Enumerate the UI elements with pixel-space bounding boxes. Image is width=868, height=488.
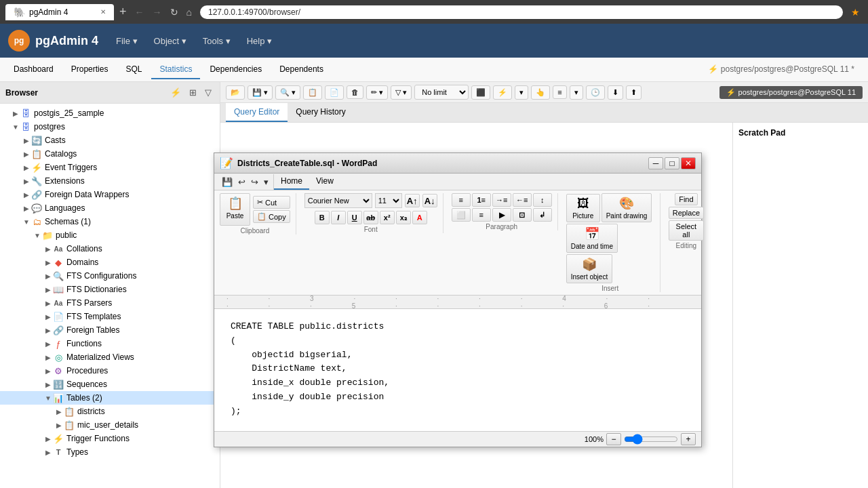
expand-collations[interactable]: ▶ <box>43 245 53 253</box>
wordpad-content[interactable]: CREATE TABLE public.districts ( objectid… <box>214 309 701 431</box>
tree-item-casts[interactable]: ▶ 🔄 Casts <box>0 134 220 147</box>
insert-picture-btn[interactable]: 🖼 Picture <box>566 194 600 222</box>
tree-item-fts-config[interactable]: ▶ 🔍 FTS Configurations <box>0 269 220 283</box>
expand-foreign-tables[interactable]: ▶ <box>43 327 53 334</box>
expand-postgres[interactable]: ▼ <box>11 123 20 131</box>
tree-item-collations[interactable]: ▶ Aa Collations <box>0 242 220 256</box>
tree-item-fdw[interactable]: ▶ 🔗 Foreign Data Wrappers <box>0 188 220 201</box>
font-name-select[interactable]: Courier New <box>304 193 372 208</box>
tree-item-sequences[interactable]: ▶ 🔢 Sequences <box>0 378 220 391</box>
font-shrink-btn[interactable]: A↓ <box>422 194 437 207</box>
nav-object[interactable]: Object ▾ <box>147 33 193 49</box>
quick-redo-btn[interactable]: ↪ <box>249 176 260 188</box>
tree-item-schemas[interactable]: ▼ 🗂 Schemas (1) <box>0 215 220 228</box>
nav-help[interactable]: Help ▾ <box>240 33 279 49</box>
download-btn[interactable]: ⬇ <box>608 85 623 100</box>
highlight-btn[interactable]: A <box>412 211 427 224</box>
underline-btn[interactable]: U <box>347 211 362 224</box>
tree-item-domains[interactable]: ▶ ◆ Domains <box>0 256 220 269</box>
tree-item-districts[interactable]: ▶ 📋 districts <box>0 405 220 418</box>
delete-btn[interactable]: 🗑 <box>347 85 363 99</box>
rows-btn2[interactable]: ▾ <box>570 85 583 100</box>
align-right-btn[interactable]: ▶ <box>492 208 511 222</box>
open-file-btn[interactable]: 📂 <box>226 85 245 100</box>
tab-dependents[interactable]: Dependents <box>271 60 332 79</box>
tree-item-fts-templates[interactable]: ▶ 📄 FTS Templates <box>0 310 220 323</box>
expand-public[interactable]: ▼ <box>33 232 42 239</box>
history-btn[interactable]: 🕒 <box>586 85 605 100</box>
paint-drawing-btn[interactable]: 🎨 Paint drawing <box>601 193 652 222</box>
forward-btn[interactable]: → <box>150 5 165 19</box>
select-all-btn[interactable]: Select all <box>669 220 704 241</box>
back-btn[interactable]: ← <box>132 5 147 19</box>
zoom-slider[interactable] <box>624 434 678 444</box>
tree-item-postgis[interactable]: ▶ 🗄 postgis_25_sample <box>0 106 220 120</box>
rows-btn[interactable]: ≡ <box>553 85 566 99</box>
tree-item-foreign-tables[interactable]: ▶ 🔗 Foreign Tables <box>0 323 220 337</box>
tab-close-btn[interactable]: ✕ <box>100 8 106 16</box>
expand-mic-user[interactable]: ▶ <box>54 422 64 429</box>
wordpad-maximize-btn[interactable]: □ <box>665 157 679 169</box>
tree-item-trigger-funcs[interactable]: ▶ ⚡ Trigger Functions <box>0 432 220 445</box>
find-btn[interactable]: Find <box>675 193 697 205</box>
expand-tables[interactable]: ▼ <box>43 394 53 402</box>
upload-btn[interactable]: ⬆ <box>626 85 642 100</box>
ribbon-tab-view[interactable]: View <box>309 174 340 190</box>
tree-item-event-triggers[interactable]: ▶ ⚡ Event Triggers <box>0 161 220 174</box>
copy-btn-ribbon[interactable]: 📋 Copy <box>253 210 290 223</box>
expand-extensions[interactable]: ▶ <box>22 178 31 185</box>
stop-btn[interactable]: ⬛ <box>471 85 490 100</box>
save-btn[interactable]: 💾 ▾ <box>248 85 273 100</box>
align-center-btn[interactable]: ≡ <box>472 208 491 222</box>
tab-statistics[interactable]: Statistics <box>151 60 200 79</box>
tree-item-tables[interactable]: ▼ 📊 Tables (2) <box>0 391 220 405</box>
tree-item-languages[interactable]: ▶ 💬 Languages <box>0 201 220 215</box>
expand-fts-config[interactable]: ▶ <box>43 272 53 280</box>
expand-schemas[interactable]: ▼ <box>22 218 31 226</box>
tree-item-fts-parsers[interactable]: ▶ Aa FTS Parsers <box>0 296 220 310</box>
bookmark-btn[interactable]: ★ <box>848 5 863 19</box>
address-bar[interactable]: 127.0.0.1:49700/browser/ <box>200 5 843 19</box>
ribbon-tab-home[interactable]: Home <box>274 174 309 190</box>
date-time-btn[interactable]: 📅 Date and time <box>566 224 618 253</box>
expand-procedures[interactable]: ▶ <box>43 367 53 375</box>
expand-casts[interactable]: ▶ <box>22 137 31 144</box>
tab-dependencies[interactable]: Dependencies <box>201 60 270 79</box>
font-size-select[interactable]: 11 <box>375 193 402 208</box>
sidebar-refresh-btn[interactable]: ⚡ <box>167 86 184 99</box>
new-tab-btn[interactable]: + <box>119 5 127 19</box>
tab-query-history[interactable]: Query History <box>288 103 353 122</box>
cut-btn-ribbon[interactable]: ✂ Cut <box>253 196 290 209</box>
paste-btn-ribbon[interactable]: 📋 Paste <box>220 193 250 226</box>
indent-less-btn[interactable]: ←≡ <box>513 193 532 207</box>
wordpad-minimize-btn[interactable]: ─ <box>648 157 663 169</box>
cursor-btn[interactable]: 👆 <box>531 85 550 100</box>
expand-postgis[interactable]: ▶ <box>11 110 20 117</box>
tab-server[interactable]: ⚡ postgres/postgres@PostgreSQL 11 * <box>700 60 863 79</box>
expand-event-triggers[interactable]: ▶ <box>22 164 31 171</box>
run-btn[interactable]: ⚡ <box>493 85 512 100</box>
expand-functions[interactable]: ▶ <box>43 340 53 348</box>
tree-item-types[interactable]: ▶ T Types <box>0 445 220 459</box>
bold-btn[interactable]: B <box>315 211 330 224</box>
tab-query-editor[interactable]: Query Editor <box>226 103 288 122</box>
run-btn2[interactable]: ▾ <box>515 85 528 100</box>
expand-languages[interactable]: ▶ <box>22 205 31 212</box>
insert-object-btn[interactable]: 📦 Insert object <box>566 254 612 283</box>
expand-trigger-funcs[interactable]: ▶ <box>43 435 53 443</box>
sidebar-filter-btn[interactable]: ▽ <box>202 86 214 99</box>
replace-btn[interactable]: Replace <box>669 207 704 219</box>
nav-tools[interactable]: Tools ▾ <box>196 33 237 49</box>
list-number-btn[interactable]: 1≡ <box>472 193 491 207</box>
justify-btn[interactable]: ⊡ <box>513 208 532 222</box>
tree-item-functions[interactable]: ▶ ƒ Functions <box>0 337 220 350</box>
tree-item-fts-dict[interactable]: ▶ 📖 FTS Dictionaries <box>0 283 220 296</box>
sidebar-grid-btn[interactable]: ⊞ <box>186 86 199 99</box>
indent-more-btn[interactable]: →≡ <box>492 193 511 207</box>
strikethrough-btn[interactable]: ab <box>363 211 378 224</box>
expand-types[interactable]: ▶ <box>43 449 53 456</box>
align-left-btn[interactable]: ⬜ <box>452 208 471 222</box>
reload-btn[interactable]: ↻ <box>167 5 181 19</box>
limit-select[interactable]: No limit <box>414 85 469 100</box>
edit-btn[interactable]: ✏ ▾ <box>366 85 388 100</box>
